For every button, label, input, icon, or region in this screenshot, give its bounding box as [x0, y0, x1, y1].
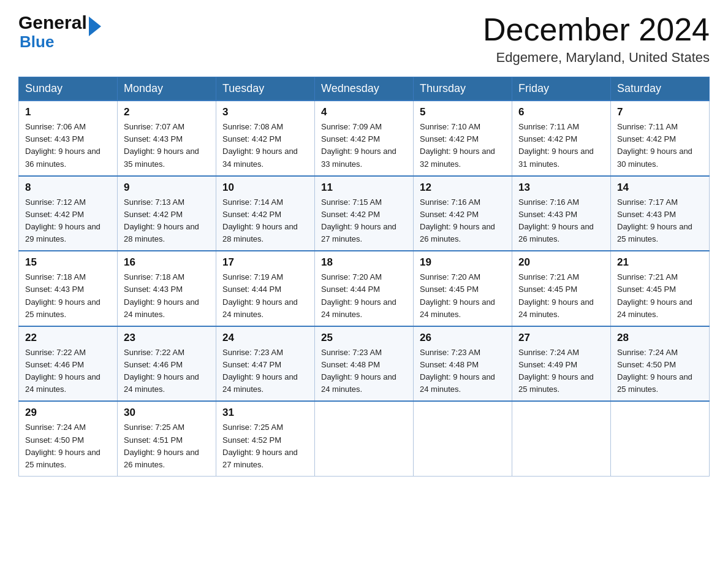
sunrise-label: Sunrise: 7:23 AM	[321, 348, 382, 357]
sunset-label: Sunset: 4:43 PM	[124, 285, 183, 294]
sunrise-label: Sunrise: 7:16 AM	[420, 197, 480, 207]
calendar-day-cell: 29 Sunrise: 7:24 AM Sunset: 4:50 PM Dayl…	[19, 401, 118, 476]
calendar-day-cell: 7 Sunrise: 7:11 AM Sunset: 4:42 PM Dayli…	[611, 101, 710, 176]
daylight-label: Daylight: 9 hours and 24 minutes.	[518, 297, 594, 319]
sunset-label: Sunset: 4:43 PM	[124, 134, 183, 144]
day-number: 27	[518, 332, 604, 344]
day-number: 3	[222, 106, 308, 118]
calendar-week-row: 22 Sunrise: 7:22 AM Sunset: 4:46 PM Dayl…	[19, 326, 710, 402]
sunrise-label: Sunrise: 7:11 AM	[518, 122, 579, 131]
daylight-label: Daylight: 9 hours and 28 minutes.	[124, 222, 199, 243]
day-number: 5	[420, 106, 506, 118]
sunset-label: Sunset: 4:42 PM	[420, 134, 479, 144]
day-info: Sunrise: 7:12 AM Sunset: 4:42 PM Dayligh…	[25, 196, 111, 246]
day-number: 18	[321, 256, 407, 269]
calendar-day-cell: 28 Sunrise: 7:24 AM Sunset: 4:50 PM Dayl…	[611, 326, 710, 402]
sunset-label: Sunset: 4:46 PM	[124, 360, 183, 369]
day-number: 26	[420, 332, 506, 344]
calendar-day-cell: 24 Sunrise: 7:23 AM Sunset: 4:47 PM Dayl…	[216, 326, 315, 402]
sunset-label: Sunset: 4:44 PM	[321, 285, 380, 294]
day-info: Sunrise: 7:15 AM Sunset: 4:42 PM Dayligh…	[321, 196, 407, 246]
daylight-label: Daylight: 9 hours and 36 minutes.	[25, 147, 100, 168]
day-number: 2	[124, 106, 210, 118]
day-number: 12	[420, 182, 506, 194]
day-number: 29	[25, 407, 111, 419]
sunrise-label: Sunrise: 7:11 AM	[617, 122, 678, 131]
calendar-day-cell: 19 Sunrise: 7:20 AM Sunset: 4:45 PM Dayl…	[414, 251, 512, 326]
sunrise-label: Sunrise: 7:14 AM	[222, 197, 283, 207]
day-info: Sunrise: 7:16 AM Sunset: 4:43 PM Dayligh…	[518, 196, 604, 246]
day-number: 10	[222, 182, 308, 194]
col-sunday: Sunday	[19, 77, 118, 101]
day-info: Sunrise: 7:23 AM Sunset: 4:48 PM Dayligh…	[321, 347, 407, 396]
col-thursday: Thursday	[414, 77, 512, 101]
day-number: 11	[321, 182, 407, 194]
day-number: 20	[518, 256, 604, 269]
sunset-label: Sunset: 4:42 PM	[518, 134, 577, 144]
calendar-header-row: Sunday Monday Tuesday Wednesday Thursday…	[19, 77, 710, 101]
sunset-label: Sunset: 4:49 PM	[518, 360, 577, 369]
day-info: Sunrise: 7:11 AM Sunset: 4:42 PM Dayligh…	[518, 121, 604, 170]
calendar-week-row: 29 Sunrise: 7:24 AM Sunset: 4:50 PM Dayl…	[19, 401, 710, 476]
day-number: 28	[617, 332, 703, 344]
sunset-label: Sunset: 4:45 PM	[518, 285, 577, 294]
day-info: Sunrise: 7:21 AM Sunset: 4:45 PM Dayligh…	[617, 271, 703, 321]
day-number: 17	[222, 256, 308, 269]
calendar-day-cell: 30 Sunrise: 7:25 AM Sunset: 4:51 PM Dayl…	[118, 401, 216, 476]
day-info: Sunrise: 7:25 AM Sunset: 4:52 PM Dayligh…	[222, 421, 308, 471]
sunrise-label: Sunrise: 7:23 AM	[420, 348, 480, 357]
daylight-label: Daylight: 9 hours and 27 minutes.	[222, 448, 298, 469]
day-info: Sunrise: 7:10 AM Sunset: 4:42 PM Dayligh…	[420, 121, 506, 170]
day-number: 4	[321, 106, 407, 118]
sunrise-label: Sunrise: 7:20 AM	[420, 272, 480, 282]
sunset-label: Sunset: 4:45 PM	[420, 285, 479, 294]
daylight-label: Daylight: 9 hours and 24 minutes.	[420, 297, 495, 319]
day-info: Sunrise: 7:07 AM Sunset: 4:43 PM Dayligh…	[124, 121, 210, 170]
daylight-label: Daylight: 9 hours and 34 minutes.	[222, 147, 298, 168]
day-number: 22	[25, 332, 111, 344]
title-area: December 2024 Edgemere, Maryland, United…	[483, 12, 710, 66]
sunset-label: Sunset: 4:42 PM	[222, 210, 281, 219]
calendar-day-cell: 14 Sunrise: 7:17 AM Sunset: 4:43 PM Dayl…	[611, 176, 710, 251]
calendar-day-cell: 20 Sunrise: 7:21 AM Sunset: 4:45 PM Dayl…	[512, 251, 611, 326]
calendar-day-cell: 27 Sunrise: 7:24 AM Sunset: 4:49 PM Dayl…	[512, 326, 611, 402]
calendar-day-cell	[512, 401, 611, 476]
day-info: Sunrise: 7:22 AM Sunset: 4:46 PM Dayligh…	[124, 347, 210, 396]
day-number: 14	[617, 182, 703, 194]
sunrise-label: Sunrise: 7:17 AM	[617, 197, 678, 207]
sunset-label: Sunset: 4:50 PM	[25, 435, 84, 445]
month-title: December 2024	[483, 12, 710, 47]
daylight-label: Daylight: 9 hours and 26 minutes.	[518, 222, 594, 243]
col-saturday: Saturday	[611, 77, 710, 101]
sunset-label: Sunset: 4:42 PM	[124, 210, 183, 219]
calendar-day-cell: 1 Sunrise: 7:06 AM Sunset: 4:43 PM Dayli…	[19, 101, 118, 176]
sunset-label: Sunset: 4:42 PM	[420, 210, 479, 219]
calendar-day-cell: 2 Sunrise: 7:07 AM Sunset: 4:43 PM Dayli…	[118, 101, 216, 176]
daylight-label: Daylight: 9 hours and 28 minutes.	[222, 222, 298, 243]
sunset-label: Sunset: 4:43 PM	[25, 134, 84, 144]
sunrise-label: Sunrise: 7:10 AM	[420, 122, 480, 131]
daylight-label: Daylight: 9 hours and 29 minutes.	[25, 222, 100, 243]
sunset-label: Sunset: 4:48 PM	[420, 360, 479, 369]
day-info: Sunrise: 7:09 AM Sunset: 4:42 PM Dayligh…	[321, 121, 407, 170]
col-wednesday: Wednesday	[315, 77, 414, 101]
day-number: 30	[124, 407, 210, 419]
calendar-day-cell: 9 Sunrise: 7:13 AM Sunset: 4:42 PM Dayli…	[118, 176, 216, 251]
calendar-day-cell: 17 Sunrise: 7:19 AM Sunset: 4:44 PM Dayl…	[216, 251, 315, 326]
calendar-day-cell: 10 Sunrise: 7:14 AM Sunset: 4:42 PM Dayl…	[216, 176, 315, 251]
calendar-day-cell: 31 Sunrise: 7:25 AM Sunset: 4:52 PM Dayl…	[216, 401, 315, 476]
day-number: 1	[25, 106, 111, 118]
calendar-day-cell: 12 Sunrise: 7:16 AM Sunset: 4:42 PM Dayl…	[414, 176, 512, 251]
calendar-day-cell: 5 Sunrise: 7:10 AM Sunset: 4:42 PM Dayli…	[414, 101, 512, 176]
day-number: 24	[222, 332, 308, 344]
calendar-day-cell: 16 Sunrise: 7:18 AM Sunset: 4:43 PM Dayl…	[118, 251, 216, 326]
calendar-day-cell: 13 Sunrise: 7:16 AM Sunset: 4:43 PM Dayl…	[512, 176, 611, 251]
day-info: Sunrise: 7:24 AM Sunset: 4:50 PM Dayligh…	[617, 347, 703, 396]
sunset-label: Sunset: 4:42 PM	[25, 210, 84, 219]
day-number: 6	[518, 106, 604, 118]
calendar-day-cell: 3 Sunrise: 7:08 AM Sunset: 4:42 PM Dayli…	[216, 101, 315, 176]
sunset-label: Sunset: 4:42 PM	[222, 134, 281, 144]
sunset-label: Sunset: 4:51 PM	[124, 435, 183, 445]
calendar-day-cell: 11 Sunrise: 7:15 AM Sunset: 4:42 PM Dayl…	[315, 176, 414, 251]
sunset-label: Sunset: 4:42 PM	[617, 134, 676, 144]
